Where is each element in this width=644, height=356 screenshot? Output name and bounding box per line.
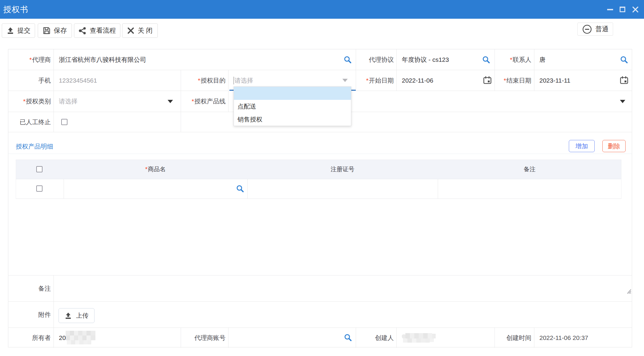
divider-line (16, 160, 621, 160)
minus-circle-icon (582, 24, 592, 34)
priority-button[interactable]: 普通 (577, 23, 613, 36)
end-date-value: 2023-11-11 (539, 77, 570, 84)
contact-value: 唐 (539, 56, 546, 64)
remarks-textarea[interactable] (54, 275, 632, 301)
dropdown-option-delivery[interactable]: 点配送 (234, 100, 351, 113)
agent-account-label: 代理商账号 (181, 328, 228, 348)
save-label: 保存 (54, 26, 67, 35)
owner-label: 所有者 (8, 328, 53, 348)
auth-purpose-dropdown-arrow-icon[interactable] (342, 79, 348, 82)
auth-purpose-placeholder: 请选择 (234, 76, 253, 85)
contact-field[interactable]: 唐 (534, 49, 632, 70)
creator-redacted-mosaic (402, 333, 436, 345)
remarks-label: 备注 (8, 275, 53, 301)
window-title: 授权书 (3, 0, 28, 19)
attachment-label: 附件 (8, 302, 53, 327)
authorization-form-window: 授权书 提交 保存 查看流程 关 闭 (0, 0, 644, 356)
start-date-calendar-icon[interactable] (483, 76, 492, 86)
auth-product-line-label: *授权产品线 (181, 91, 228, 112)
agent-account-search-icon[interactable] (344, 333, 352, 343)
upload-icon (64, 312, 72, 319)
auth-category-select[interactable]: 请选择 (54, 91, 181, 112)
view-flow-button[interactable]: 查看流程 (74, 23, 120, 38)
start-date-label: *开始日期 (356, 70, 396, 91)
end-date-label: *结束日期 (495, 70, 534, 91)
close-label: 关 闭 (138, 26, 152, 35)
row-checkbox[interactable] (36, 185, 42, 192)
divider-line (16, 199, 621, 199)
manually-terminated-checkbox[interactable] (61, 119, 67, 125)
manually-terminated-label: 已人工终止 (8, 112, 53, 132)
product-name-search-icon[interactable] (236, 185, 244, 194)
upload-label: 上传 (76, 311, 89, 320)
select-all-checkbox[interactable] (36, 166, 42, 172)
start-date-value: 2022-11-06 (402, 77, 433, 84)
mobile-value: 12323454561 (59, 77, 97, 84)
end-date-field[interactable]: 2023-11-11 (534, 70, 632, 91)
mobile-label: 手机 (8, 70, 53, 91)
text-cursor (234, 77, 234, 84)
agency-agreement-label: 代理协议 (356, 49, 396, 70)
agency-agreement-search-icon[interactable] (482, 56, 490, 65)
start-date-field[interactable]: 2022-11-06 (397, 70, 495, 91)
create-time-label: 创建时间 (495, 328, 534, 348)
auth-category-dropdown-arrow-icon[interactable] (168, 100, 173, 103)
auth-purpose-label: *授权目的 (181, 70, 228, 91)
save-button[interactable]: 保存 (38, 23, 72, 38)
title-bar: 授权书 (0, 0, 644, 19)
column-header-registration-no: 注册证号 (247, 160, 438, 179)
submit-button[interactable]: 提交 (2, 23, 35, 38)
details-section-title: 授权产品明细 (16, 142, 53, 151)
auth-category-placeholder: 请选择 (59, 97, 78, 105)
close-window-icon[interactable] (630, 0, 641, 19)
auth-category-label: *授权类别 (8, 91, 53, 112)
divider-line (8, 154, 632, 154)
auth-product-line-dropdown-arrow-icon[interactable] (620, 100, 625, 103)
product-name-input[interactable] (64, 179, 247, 199)
share-icon (78, 27, 86, 35)
priority-label: 普通 (596, 25, 609, 34)
agent-account-field[interactable] (229, 328, 356, 348)
divider-line (16, 160, 16, 199)
add-row-button[interactable]: 增加 (569, 140, 595, 152)
agent-label: *代理商 (8, 49, 53, 70)
resize-handle-icon[interactable] (624, 286, 632, 295)
divider-line (396, 327, 397, 348)
column-header-remark: 备注 (438, 160, 621, 179)
agency-agreement-field[interactable]: 年度协议 - cs123 (397, 49, 495, 70)
agent-field[interactable]: 浙江省杭州市八骏科技有限公司 (54, 49, 356, 70)
creator-label: 创建人 (356, 328, 396, 348)
upload-button[interactable]: 上传 (59, 308, 95, 323)
contact-label: *联系人 (495, 49, 534, 70)
dropdown-option-sales[interactable]: 销售授权 (234, 113, 351, 126)
mobile-field: 12323454561 (54, 70, 181, 91)
auth-purpose-dropdown-list: 点配送 销售授权 (234, 86, 351, 126)
upload-icon (7, 27, 14, 34)
contact-search-icon[interactable] (620, 56, 628, 65)
close-button[interactable]: 关 闭 (122, 23, 158, 38)
divider-line (8, 301, 632, 302)
agent-search-icon[interactable] (344, 56, 352, 65)
owner-redacted-mosaic (66, 331, 95, 346)
divider-line (621, 160, 621, 199)
delete-row-button[interactable]: 删除 (602, 140, 626, 152)
registration-no-input[interactable] (248, 179, 437, 199)
close-icon (127, 27, 134, 34)
end-date-calendar-icon[interactable] (620, 76, 629, 86)
agency-agreement-value: 年度协议 - cs123 (402, 56, 449, 64)
view-flow-label: 查看流程 (90, 26, 116, 35)
minimize-icon[interactable] (605, 0, 615, 19)
create-time-value: 2022-11-06 20:37 (534, 328, 632, 348)
dropdown-option-empty[interactable] (234, 87, 351, 100)
column-header-product-name: *商品名 (64, 160, 247, 179)
divider-line (8, 132, 632, 132)
remark-input[interactable] (438, 179, 621, 199)
submit-label: 提交 (18, 26, 31, 35)
agent-value: 浙江省杭州市八骏科技有限公司 (59, 56, 146, 64)
floppy-icon (43, 27, 51, 34)
maximize-icon[interactable] (618, 0, 628, 19)
